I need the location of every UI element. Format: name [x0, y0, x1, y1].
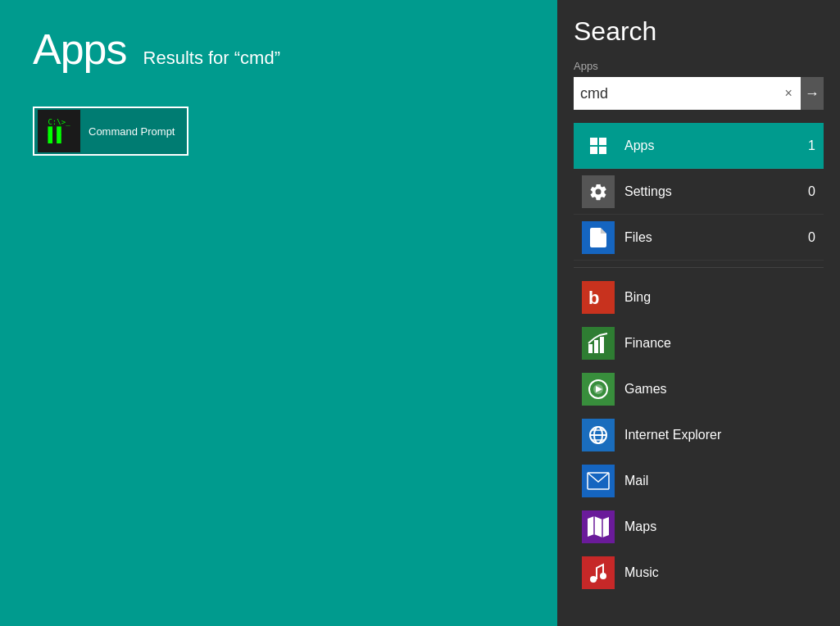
filter-apps-count: 1 — [808, 138, 815, 153]
search-scope-label: Apps — [574, 60, 824, 72]
svg-marker-17 — [588, 516, 609, 538]
apps-heading: Apps Results for “cmd” — [33, 25, 524, 74]
ie-label: Internet Explorer — [624, 428, 721, 442]
filter-item-settings[interactable]: Settings 0 — [574, 169, 824, 215]
bing-icon: b — [582, 281, 615, 314]
app-tile-command-prompt[interactable]: C:\>_█ ██ █ Command Prompt — [33, 107, 188, 156]
svg-rect-3 — [599, 147, 606, 154]
apps-title: Apps — [33, 25, 127, 74]
filter-apps-label: Apps — [624, 138, 808, 153]
command-prompt-label: Command Prompt — [89, 125, 175, 138]
mail-label: Mail — [624, 474, 648, 488]
mail-icon — [582, 465, 615, 497]
list-item-music[interactable]: Music — [574, 550, 824, 596]
finance-icon — [582, 327, 615, 360]
games-icon — [582, 373, 615, 406]
app-list: b Bing Finance Ga — [574, 274, 824, 596]
svg-rect-2 — [590, 147, 597, 154]
music-label: Music — [624, 565, 659, 580]
svg-rect-0 — [590, 138, 597, 145]
list-item-games[interactable]: Games — [574, 366, 824, 412]
filter-list: Apps 1 Settings 0 Files 0 — [574, 123, 824, 261]
maps-label: Maps — [624, 519, 656, 534]
svg-point-20 — [590, 576, 597, 583]
svg-text:b: b — [588, 288, 599, 308]
search-input-row: × → — [574, 77, 824, 110]
search-title: Search — [574, 16, 824, 47]
finance-label: Finance — [624, 336, 671, 351]
search-go-button[interactable]: → — [801, 77, 824, 110]
right-panel: Search Apps × → Apps 1 Settings — [557, 0, 840, 626]
filter-settings-count: 0 — [808, 184, 815, 199]
app-results: C:\>_█ ██ █ Command Prompt — [33, 107, 524, 156]
search-clear-button[interactable]: × — [777, 77, 801, 110]
maps-icon — [582, 510, 615, 543]
bing-label: Bing — [624, 290, 651, 305]
list-item-ie[interactable]: Internet Explorer — [574, 412, 824, 458]
filter-item-files[interactable]: Files 0 — [574, 215, 824, 261]
results-subtitle: Results for “cmd” — [143, 48, 280, 69]
games-label: Games — [624, 382, 667, 397]
left-panel: Apps Results for “cmd” C:\>_█ ██ █ Comma… — [0, 0, 557, 626]
ie-icon — [582, 419, 615, 451]
list-item-finance[interactable]: Finance — [574, 320, 824, 366]
svg-rect-6 — [594, 340, 598, 353]
filter-item-apps[interactable]: Apps 1 — [574, 123, 824, 169]
filter-files-count: 0 — [808, 230, 815, 245]
filter-settings-label: Settings — [624, 184, 808, 199]
list-item-maps[interactable]: Maps — [574, 504, 824, 550]
list-item-mail[interactable]: Mail — [574, 458, 824, 504]
settings-filter-icon — [582, 175, 615, 208]
list-item-bing[interactable]: b Bing — [574, 274, 824, 320]
apps-filter-icon — [582, 129, 615, 162]
music-icon — [582, 556, 615, 589]
files-filter-icon — [582, 221, 615, 254]
command-prompt-icon: C:\>_█ ██ █ — [38, 110, 80, 152]
svg-rect-1 — [599, 138, 606, 145]
svg-rect-5 — [588, 344, 593, 353]
divider — [574, 267, 824, 268]
search-input[interactable] — [574, 77, 777, 110]
svg-rect-7 — [600, 337, 604, 353]
filter-files-label: Files — [624, 230, 808, 245]
